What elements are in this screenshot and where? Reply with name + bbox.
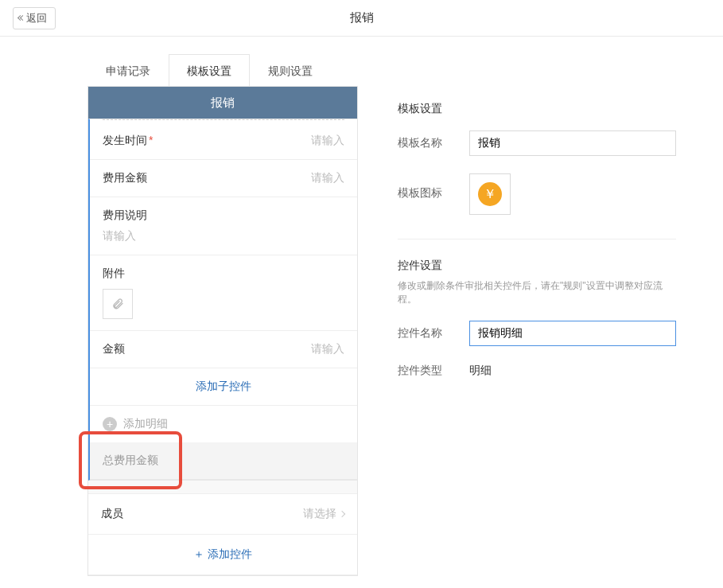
- field-occur-time[interactable]: 发生时间* 请输入: [90, 123, 357, 159]
- tabs: 申请记录 模板设置 规则设置: [87, 54, 358, 86]
- tab-template-settings[interactable]: 模板设置: [169, 54, 250, 86]
- back-label: 返回: [26, 11, 47, 25]
- section-control-settings: 控件设置: [398, 259, 676, 273]
- control-type-value: 明细: [469, 364, 492, 378]
- label-template-name: 模板名称: [398, 136, 445, 150]
- template-icon-picker[interactable]: ￥: [469, 173, 511, 215]
- label-template-icon: 模板图标: [398, 173, 445, 201]
- tab-apply-record[interactable]: 申请记录: [87, 54, 169, 86]
- plus-circle-icon: +: [103, 417, 117, 431]
- field-member[interactable]: 成员 请选择: [88, 493, 357, 535]
- placeholder: 请选择: [303, 507, 336, 521]
- detail-card[interactable]: 发生时间* 请输入 费用金额 请输入 费用说明 请输入 附件: [88, 119, 357, 481]
- add-detail-button[interactable]: + 添加明细: [90, 405, 357, 442]
- plus-icon: ＋: [193, 547, 208, 560]
- template-name-input[interactable]: [469, 130, 676, 156]
- placeholder: 请输入: [311, 171, 344, 185]
- required-mark: *: [149, 134, 153, 146]
- placeholder: 请输入: [103, 229, 136, 242]
- add-sub-control-button[interactable]: 添加子控件: [90, 368, 357, 405]
- template-preview-panel: 报销 发生时间* 请输入 费用金额 请输入 费用说明 请输入: [87, 86, 358, 576]
- add-control-button[interactable]: ＋ 添加控件: [88, 535, 357, 575]
- control-name-input[interactable]: [469, 321, 676, 346]
- field-expense-desc[interactable]: 费用说明 请输入: [90, 197, 357, 255]
- control-settings-hint: 修改或删除条件审批相关控件后，请在"规则"设置中调整对应流程。: [398, 279, 676, 306]
- section-template-settings: 模板设置: [398, 102, 676, 116]
- label-control-type: 控件类型: [398, 364, 445, 378]
- paperclip-icon: [111, 298, 124, 310]
- total-amount-row[interactable]: 总费用金额: [90, 442, 357, 480]
- placeholder: 请输入: [311, 342, 344, 356]
- chevron-left-double-icon: [18, 16, 25, 20]
- label-control-name: 控件名称: [398, 326, 445, 341]
- attachment-add-button[interactable]: [103, 289, 133, 319]
- preview-title: 报销: [88, 87, 357, 119]
- chevron-right-icon: [339, 511, 345, 517]
- divider: [398, 239, 676, 239]
- back-button[interactable]: 返回: [13, 7, 56, 29]
- page-title: 报销: [0, 10, 723, 25]
- tab-rule-settings[interactable]: 规则设置: [250, 54, 331, 86]
- field-expense-amount[interactable]: 费用金额 请输入: [90, 159, 357, 197]
- field-money[interactable]: 金额 请输入: [90, 330, 357, 368]
- field-attachment[interactable]: 附件: [90, 255, 357, 330]
- placeholder: 请输入: [311, 134, 344, 148]
- yen-icon: ￥: [478, 182, 502, 206]
